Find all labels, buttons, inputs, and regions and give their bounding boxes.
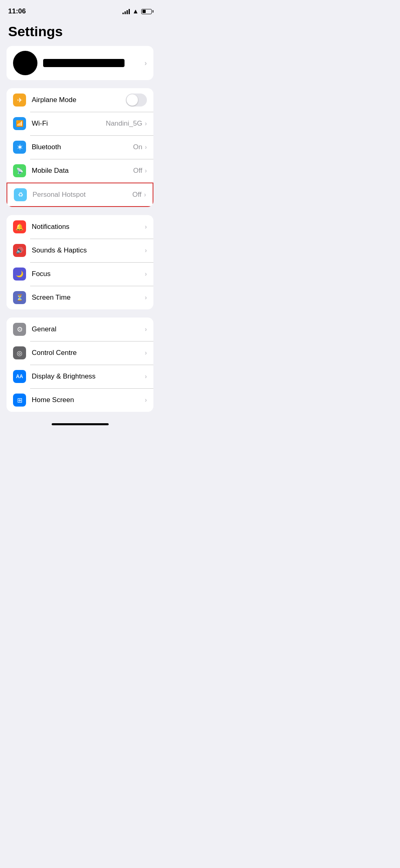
control-centre-label: Control Centre: [32, 349, 145, 357]
status-time: 11:06: [8, 7, 26, 15]
profile-card[interactable]: ›: [7, 46, 153, 80]
profile-info-placeholder: [43, 59, 125, 67]
status-icons: ▲: [122, 8, 152, 15]
bluetooth-value: On: [133, 143, 142, 151]
mobile-data-icon: 📡: [13, 164, 26, 177]
personal-hotspot-icon: ♻: [14, 188, 27, 201]
sounds-haptics-label: Sounds & Haptics: [32, 246, 145, 255]
display-brightness-row[interactable]: AA Display & Brightness ›: [7, 365, 153, 388]
display-brightness-label: Display & Brightness: [32, 372, 145, 381]
personal-hotspot-value: Off: [132, 191, 141, 199]
notifications-row[interactable]: 🔔 Notifications ›: [7, 215, 153, 239]
wifi-row[interactable]: 📶 Wi-Fi Nandini_5G ›: [7, 112, 153, 135]
profile-avatar: [13, 51, 37, 75]
screen-time-chevron-icon: ›: [145, 294, 147, 301]
home-screen-chevron-icon: ›: [145, 396, 147, 404]
general-label: General: [32, 325, 145, 333]
wifi-status-icon: ▲: [132, 8, 139, 15]
airplane-mode-row[interactable]: ✈ Airplane Mode: [7, 88, 153, 112]
notifications-icon: 🔔: [13, 220, 26, 233]
focus-label: Focus: [32, 270, 145, 278]
screen-time-row[interactable]: ⏳ Screen Time ›: [7, 286, 153, 309]
personal-hotspot-row[interactable]: ♻ Personal Hotspot Off ›: [7, 183, 153, 207]
home-screen-label: Home Screen: [32, 396, 145, 404]
notifications-chevron-icon: ›: [145, 223, 147, 231]
home-bar: [52, 423, 109, 425]
focus-icon: 🌙: [13, 268, 26, 281]
bluetooth-label: Bluetooth: [32, 143, 133, 151]
home-indicator: [0, 420, 160, 427]
personal-hotspot-label: Personal Hotspot: [33, 191, 132, 199]
notifications-label: Notifications: [32, 223, 145, 231]
wifi-label: Wi-Fi: [32, 120, 106, 128]
focus-row[interactable]: 🌙 Focus ›: [7, 262, 153, 286]
home-screen-row[interactable]: ⊞ Home Screen ›: [7, 388, 153, 412]
control-centre-chevron-icon: ›: [145, 349, 147, 357]
focus-chevron-icon: ›: [145, 270, 147, 278]
bluetooth-chevron-icon: ›: [145, 144, 147, 151]
display-brightness-chevron-icon: ›: [145, 373, 147, 380]
mobile-data-value: Off: [133, 167, 142, 175]
battery-icon: [141, 9, 152, 14]
signal-bars-icon: [122, 9, 130, 14]
home-screen-icon: ⊞: [13, 394, 26, 407]
airplane-mode-toggle-knob: [127, 94, 138, 106]
screen-time-label: Screen Time: [32, 294, 145, 302]
wifi-icon: 📶: [13, 117, 26, 130]
notifications-group: 🔔 Notifications › 🔊 Sounds & Haptics › 🌙…: [7, 215, 153, 309]
mobile-data-chevron-icon: ›: [145, 167, 147, 174]
airplane-mode-label: Airplane Mode: [32, 96, 126, 104]
profile-row[interactable]: ›: [7, 46, 153, 80]
profile-chevron-icon: ›: [144, 59, 147, 67]
sounds-haptics-chevron-icon: ›: [145, 247, 147, 254]
wifi-chevron-icon: ›: [145, 120, 147, 127]
mobile-data-label: Mobile Data: [32, 167, 133, 175]
wifi-value: Nandini_5G: [106, 120, 142, 128]
control-centre-row[interactable]: ◎ Control Centre ›: [7, 341, 153, 365]
general-group: ⚙ General › ◎ Control Centre › AA Displa…: [7, 318, 153, 412]
display-brightness-icon: AA: [13, 370, 26, 383]
personal-hotspot-chevron-icon: ›: [144, 191, 146, 198]
general-chevron-icon: ›: [145, 326, 147, 333]
general-icon: ⚙: [13, 323, 26, 336]
airplane-mode-toggle[interactable]: [126, 94, 147, 107]
bluetooth-row[interactable]: ✶ Bluetooth On ›: [7, 135, 153, 159]
general-row[interactable]: ⚙ General ›: [7, 318, 153, 341]
control-centre-icon: ◎: [13, 346, 26, 359]
battery-fill: [142, 10, 146, 13]
page-title: Settings: [0, 20, 160, 46]
status-bar: 11:06 ▲: [0, 0, 160, 20]
mobile-data-row[interactable]: 📡 Mobile Data Off ›: [7, 159, 153, 183]
screen-time-icon: ⏳: [13, 291, 26, 304]
bluetooth-icon: ✶: [13, 141, 26, 154]
sounds-haptics-row[interactable]: 🔊 Sounds & Haptics ›: [7, 239, 153, 262]
connectivity-group: ✈ Airplane Mode 📶 Wi-Fi Nandini_5G › ✶ B…: [7, 88, 153, 207]
sounds-haptics-icon: 🔊: [13, 244, 26, 257]
airplane-mode-icon: ✈: [13, 94, 26, 107]
